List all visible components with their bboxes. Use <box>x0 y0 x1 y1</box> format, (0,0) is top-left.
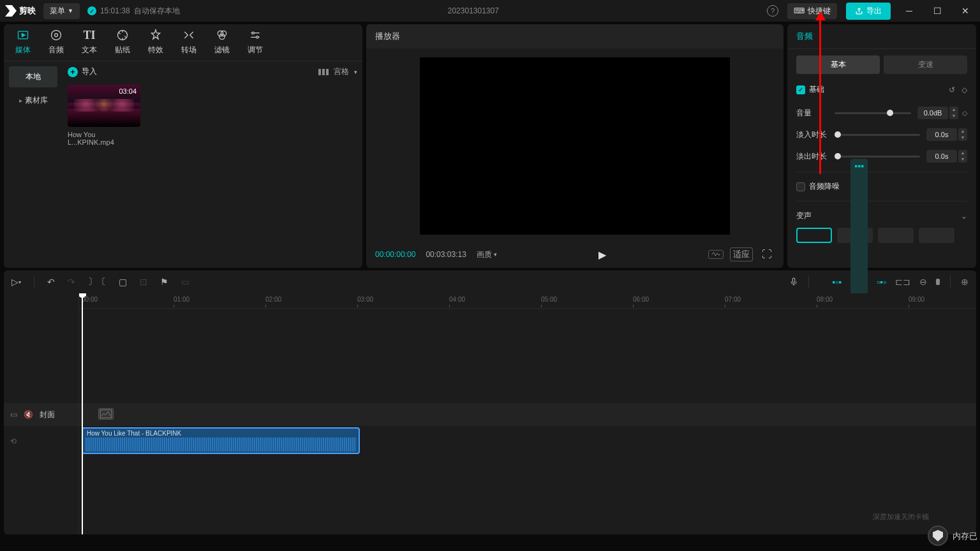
timeline-body[interactable]: 00:00 01:00 02:00 03:00 04:00 05:00 06:0… <box>79 293 976 534</box>
audio-track[interactable]: How You Like That - BLACKPINK <box>79 426 976 457</box>
help-icon[interactable]: ? <box>767 5 778 17</box>
keyframe-icon[interactable]: ◇ <box>961 85 967 94</box>
scope-icon[interactable] <box>708 250 724 259</box>
fadein-spinner[interactable]: ▲▼ <box>958 128 967 141</box>
audio-waveform <box>85 437 356 452</box>
redo-button[interactable]: ↷ <box>68 277 75 287</box>
basic-checkbox[interactable]: ✓ <box>796 85 805 94</box>
caret-right-icon: ▸ <box>19 97 22 104</box>
tab-audio[interactable]: 音频 <box>48 28 64 61</box>
category-tabs: 媒体 音频 TI文本 贴纸 特效 转场 滤镜 调节 <box>4 24 362 61</box>
subtab-basic[interactable]: 基本 <box>796 55 880 74</box>
mute-icon[interactable]: 🔇 <box>24 410 33 419</box>
fadeout-slider[interactable] <box>835 156 920 158</box>
tab-sticker[interactable]: 贴纸 <box>115 28 130 61</box>
properties-tab-audio[interactable]: 音频 <box>787 24 976 49</box>
close-button[interactable]: ✕ <box>956 3 975 18</box>
preview-controls: 00:00:00:00 00:03:03:13 画质▾ ▶ 适应 ⛶ <box>366 244 783 268</box>
volume-slider[interactable] <box>835 112 911 114</box>
fit-button[interactable]: 适应 <box>730 247 753 261</box>
split-tool[interactable]: 〕〔 <box>88 276 106 288</box>
effect-icon <box>149 28 163 42</box>
tab-media[interactable]: 媒体 <box>15 28 31 61</box>
text-icon: TI <box>82 28 96 42</box>
mic-button[interactable] <box>789 277 798 287</box>
reset-icon[interactable]: ↺ <box>949 85 955 94</box>
volume-keyframe[interactable]: ◇ <box>962 109 967 117</box>
svg-rect-10 <box>793 278 796 283</box>
tab-text[interactable]: TI文本 <box>82 28 97 61</box>
media-panel: 媒体 音频 TI文本 贴纸 特效 转场 滤镜 调节 本地 ▸素材库 + 导入 <box>4 24 362 268</box>
timeline-ruler[interactable]: 00:00 01:00 02:00 03:00 04:00 05:00 06:0… <box>79 293 976 309</box>
zoom-fit[interactable]: ⊕ <box>961 277 969 287</box>
subtab-speed[interactable]: 变速 <box>884 55 967 74</box>
minimize-button[interactable]: ─ <box>900 3 919 18</box>
svg-point-3 <box>55 34 58 37</box>
time-total: 00:03:03:13 <box>426 250 466 259</box>
accel-text: 深度加速关闭卡顿 <box>873 512 929 522</box>
media-thumbnail[interactable]: 03:04 How You L...KPINK.mp4 <box>68 85 140 146</box>
chevron-down-icon: ▼ <box>68 8 73 14</box>
shortcut-button[interactable]: ⌨ 快捷键 <box>787 3 837 19</box>
cover-track[interactable] <box>79 403 976 426</box>
titlebar: 剪映 菜单 ▼ ✓ 15:01:38 自动保存本地 202301301307 ?… <box>0 0 980 22</box>
app-logo: 剪映 <box>5 5 36 17</box>
plus-icon: + <box>68 67 78 77</box>
preview-header: 播放器 <box>366 24 783 48</box>
export-button[interactable]: 导出 <box>846 3 891 20</box>
audio-icon <box>49 28 63 42</box>
thumbnail-duration: 03:04 <box>119 87 137 95</box>
volume-label: 音量 <box>796 108 828 119</box>
preview-screen[interactable] <box>420 57 730 235</box>
security-badge[interactable] <box>928 525 948 546</box>
logo-icon <box>5 5 17 17</box>
sidebar-item-local[interactable]: 本地 <box>9 66 57 87</box>
shield-icon <box>933 530 943 541</box>
export-icon <box>855 7 863 15</box>
undo-button[interactable]: ↶ <box>47 277 55 287</box>
play-button[interactable]: ▶ <box>598 249 606 261</box>
time-current: 00:00:00:00 <box>375 250 415 259</box>
track-toggle-1[interactable]: ▪▫▪ <box>832 277 842 287</box>
audio-clip[interactable]: How You Like That - BLACKPINK <box>82 427 360 454</box>
empty-track-area[interactable] <box>79 309 976 403</box>
autosave-status: ✓ 15:01:38 自动保存本地 <box>87 6 180 17</box>
track-toggle-3[interactable]: ▫▪▫ <box>877 277 886 287</box>
menu-button[interactable]: 菜单 ▼ <box>43 3 80 19</box>
tab-adjust[interactable]: 调节 <box>248 28 263 61</box>
tab-filter[interactable]: 滤镜 <box>214 28 230 61</box>
view-toggle[interactable]: 宫格 ▾ <box>318 66 357 77</box>
audio-clip-label: How You Like That - BLACKPINK <box>87 430 181 437</box>
maximize-button[interactable]: ☐ <box>928 3 947 18</box>
memory-label: 内存已 <box>953 531 977 542</box>
tab-transition[interactable]: 转场 <box>181 28 197 61</box>
media-sidebar: 本地 ▸素材库 <box>4 61 63 268</box>
flag-tool[interactable]: ⚑ <box>160 277 168 287</box>
transition-icon <box>182 28 196 42</box>
fadein-slider[interactable] <box>835 134 920 136</box>
zoom-out[interactable]: ⊖ <box>919 277 927 287</box>
audio-track-header[interactable]: ⟲ <box>4 426 78 457</box>
volume-value[interactable]: 0.0dB <box>917 107 948 119</box>
svg-point-8 <box>252 32 254 34</box>
fadein-value[interactable]: 0.0s <box>926 128 957 141</box>
zoom-slider[interactable] <box>936 279 940 285</box>
tool-b[interactable]: ▭ <box>181 277 189 287</box>
adjust-icon <box>248 28 262 42</box>
quality-dropdown[interactable]: 画质▾ <box>477 249 497 260</box>
track-headers: ▭ 🔇 封面 ⟲ <box>4 293 79 534</box>
sidebar-item-library[interactable]: ▸素材库 <box>9 90 57 111</box>
tool-a[interactable]: ⊡ <box>140 277 147 287</box>
snap-toggle[interactable]: ⊏⊐ <box>895 277 910 287</box>
volume-spinner[interactable]: ▲▼ <box>949 107 958 119</box>
sticker-icon <box>115 28 130 42</box>
lock-icon[interactable]: ⟲ <box>10 437 17 446</box>
delete-tool[interactable]: ▢ <box>119 277 127 287</box>
cover-track-header[interactable]: ▭ 🔇 封面 <box>4 403 78 426</box>
fullscreen-icon[interactable]: ⛶ <box>759 248 775 261</box>
import-button[interactable]: + 导入 <box>68 66 97 77</box>
thumbnail-image: 03:04 <box>68 85 140 127</box>
select-tool[interactable]: ▷▾ <box>11 277 21 287</box>
playhead[interactable] <box>82 293 83 534</box>
tab-effect[interactable]: 特效 <box>148 28 163 61</box>
